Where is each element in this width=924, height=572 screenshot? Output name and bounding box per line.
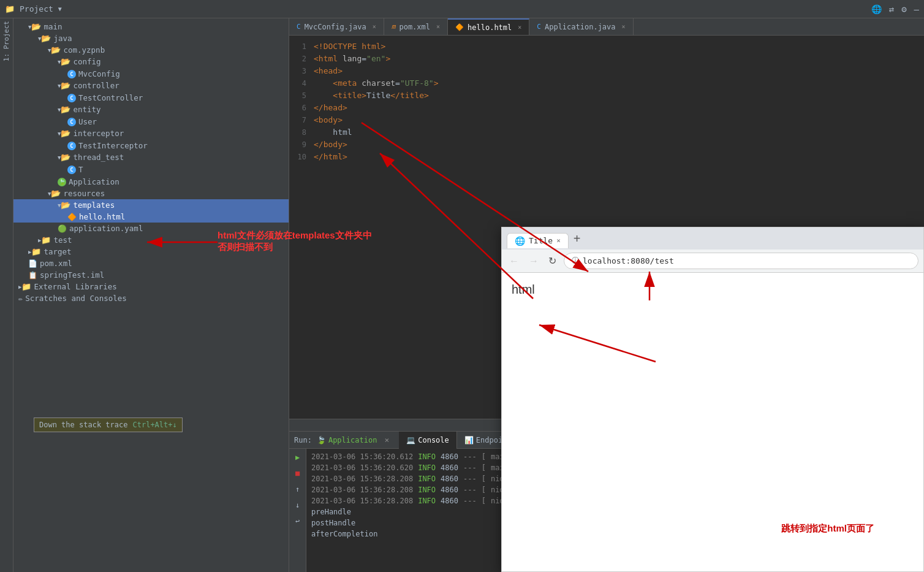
java-icon: C [67, 93, 76, 102]
line-content[interactable]: <head> [314, 65, 924, 77]
tree-item-interceptor[interactable]: ▼ 📂interceptor [13, 128, 289, 139]
tree-item-thread-test[interactable]: ▼ 📂thread_test [13, 151, 289, 163]
lock-icon: ⓘ [572, 256, 579, 266]
nav-back-btn[interactable]: ← [507, 254, 521, 268]
log-pid: 4860 [441, 484, 458, 495]
line-number: 5 [289, 90, 314, 102]
tree-item-label: java [53, 34, 72, 43]
line-number: 4 [289, 77, 314, 90]
tree-item-label: hello.html [79, 212, 125, 221]
scroll-up-btn[interactable]: ↑ [292, 483, 304, 495]
tab-hello-close[interactable]: × [518, 24, 521, 31]
tree-item-config[interactable]: ▼ 📂config [13, 56, 289, 67]
tab-mvcconfig[interactable]: C MvcConfig.java × [289, 18, 384, 35]
restart-btn[interactable]: ▶ [292, 451, 304, 463]
log-level: INFO [418, 451, 436, 462]
tree-item-pom-xml[interactable]: 📄pom.xml [13, 257, 289, 269]
tree-item-application[interactable]: 🍃Application [13, 175, 289, 188]
line-content[interactable]: html [314, 126, 924, 139]
tree-item-hello-html[interactable]: 🔶hello.html [13, 211, 289, 223]
tree-item-mvcconfig[interactable]: CMvcConfig [13, 67, 289, 80]
project-icon: 📁 [5, 4, 15, 13]
globe-icon[interactable]: 🌐 [871, 4, 882, 14]
tree-item-java[interactable]: ▼ 📂java [13, 32, 289, 44]
folder-icon: 📂 [41, 34, 51, 43]
line-content[interactable]: <!DOCTYPE html> [314, 40, 924, 53]
settings-icon[interactable]: ⚙ [901, 4, 906, 14]
line-content[interactable]: </body> [314, 139, 924, 151]
log-bracket: [ [482, 462, 486, 473]
line-content[interactable]: <title>Title</title> [314, 90, 924, 102]
tab-pom-close[interactable]: × [436, 23, 440, 30]
tab-application[interactable]: C Application.java × [529, 18, 633, 35]
tree-item-entity[interactable]: ▼ 📂entity [13, 104, 289, 115]
url-bar[interactable]: ⓘ localhost:8080/test [564, 253, 918, 269]
tab-application-close[interactable]: × [622, 23, 626, 30]
folder-icon: 📂 [61, 200, 70, 210]
line-content[interactable]: </head> [314, 102, 924, 114]
endpoints-tab-icon: 📊 [464, 436, 474, 444]
tree-item-springtest-iml[interactable]: 📋springTest.iml [13, 269, 289, 281]
browser-tab-label: Title [529, 236, 553, 245]
folder-icon: 📁 [21, 282, 31, 291]
console-tab[interactable]: 💻 Console [399, 432, 457, 449]
stop-btn[interactable]: ■ [292, 467, 304, 479]
scroll-down-btn[interactable]: ↓ [292, 499, 304, 511]
line-content[interactable]: <meta charset="UTF-8"> [314, 77, 924, 90]
code-line: 10</html> [289, 151, 924, 163]
browser-new-tab-btn[interactable]: + [569, 232, 586, 246]
tree-item-testcontroller[interactable]: CTestController [13, 91, 289, 104]
line-content[interactable]: <html lang="en"> [314, 53, 924, 65]
code-line: 8 html [289, 126, 924, 139]
tree-item-t[interactable]: CT [13, 163, 289, 175]
log-bracket: [ [482, 451, 486, 462]
tab-mvcconfig-close[interactable]: × [373, 23, 376, 30]
tree-item-label: TestController [78, 93, 143, 102]
browser-tabs-bar: 🌐 Title × + [502, 227, 923, 250]
tree-item-resources[interactable]: ▼ 📂resources [13, 188, 289, 199]
tree-item-label: External Libraries [34, 282, 116, 291]
tree-item-user[interactable]: CUser [13, 115, 289, 128]
line-content[interactable]: </html> [314, 151, 924, 163]
browser-tab[interactable]: 🌐 Title × [507, 233, 569, 248]
code-line: 6</head> [289, 102, 924, 114]
tree-item-label: controller [73, 81, 119, 90]
nav-refresh-btn[interactable]: ↻ [546, 254, 559, 268]
tree-item-com-yzpnb[interactable]: ▼ 📂com.yzpnb [13, 44, 289, 56]
log-level: INFO [418, 484, 436, 495]
code-line: 4 <meta charset="UTF-8"> [289, 77, 924, 90]
tree-item-label: User [78, 117, 97, 126]
browser-window: 🌐 Title × + ← → ↻ ⓘ localhost:8080/test … [501, 227, 924, 572]
run-close-btn[interactable]: × [384, 435, 389, 444]
tab-pom-label: pom.xml [399, 23, 430, 31]
tree-item-main[interactable]: ▼ 📂main [13, 21, 289, 32]
tree-item-label: resources [63, 189, 105, 198]
tab-hello[interactable]: 🔶 hello.html × [448, 18, 529, 35]
html-tab-icon: 🔶 [455, 23, 464, 31]
log-sep: --- [463, 495, 477, 506]
tree-item-templates[interactable]: ▼ 📂templates [13, 199, 289, 211]
log-time: 2021-03-06 15:36:20.620 [311, 462, 413, 473]
log-sep: --- [463, 484, 477, 495]
tree-item-controller[interactable]: ▼ 📂controller [13, 80, 289, 91]
browser-tab-close[interactable]: × [556, 237, 561, 245]
tree-item-label: Application [69, 177, 119, 186]
minimize-icon[interactable]: – [914, 4, 919, 14]
tree-item-external-libraries[interactable]: ▶ 📁External Libraries [13, 281, 289, 292]
dropdown-icon[interactable]: ▼ [58, 6, 62, 12]
wrap-btn[interactable]: ↩ [292, 515, 304, 527]
tree-item-target[interactable]: ▶ 📁target [13, 246, 289, 257]
tab-pom[interactable]: m pom.xml × [384, 18, 448, 35]
nav-forward-btn[interactable]: → [526, 254, 541, 268]
tree-item-application-yaml[interactable]: 🟢application.yaml [13, 223, 289, 234]
line-content[interactable]: <body> [314, 114, 924, 126]
top-icons: 🌐 ⇄ ⚙ – [871, 4, 919, 14]
tree-item-label: interceptor [73, 129, 124, 138]
folder-icon: 📂 [31, 22, 41, 31]
tree-item-scratches-and-consoles[interactable]: ✏️Scratches and Consoles [13, 292, 289, 304]
tree-item-testinterceptor[interactable]: CTestInterceptor [13, 139, 289, 151]
project-tab-icon[interactable]: 1: Project [2, 21, 10, 61]
tree-item-label: MvcConfig [78, 69, 120, 78]
arrows-icon[interactable]: ⇄ [889, 4, 894, 14]
tree-item-test[interactable]: ▶ 📁test [13, 234, 289, 246]
